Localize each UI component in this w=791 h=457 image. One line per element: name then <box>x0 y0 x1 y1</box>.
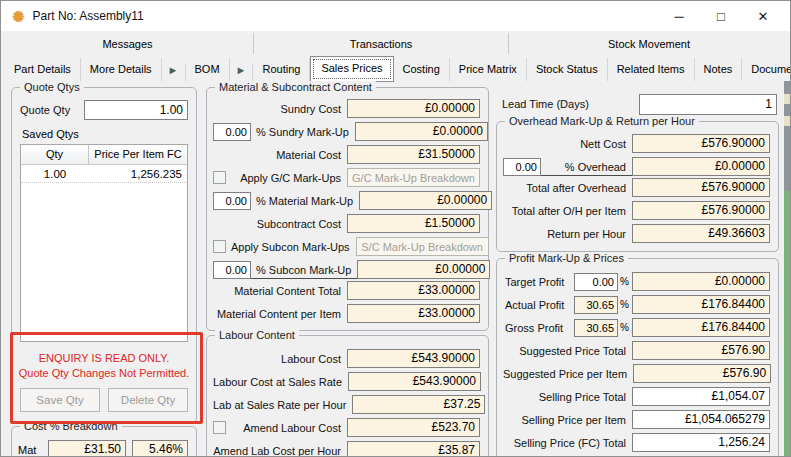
mat-cost-field[interactable]: £31.50 <box>48 440 126 457</box>
delete-qty-button[interactable]: Delete Qty <box>108 388 188 412</box>
material-markup-label: % Material Mark-Up <box>256 195 353 207</box>
subcon-markup-input[interactable]: 0.00 <box>213 261 251 279</box>
tab-price-matrix[interactable]: Price Matrix <box>450 58 527 81</box>
tab-group-transactions[interactable]: Transactions <box>254 33 509 54</box>
mat-percent-field[interactable]: 5.46% <box>132 440 188 457</box>
tab-documents[interactable]: Documents <box>742 58 791 81</box>
apply-gc-markups-label: Apply G/C Mark-Ups <box>231 172 341 184</box>
amend-lab-cost-per-hour-field[interactable]: £35.87 <box>347 441 480 457</box>
quote-qtys-group-label: Quote Qtys <box>20 81 84 93</box>
tab-bom[interactable]: BOM <box>186 58 230 81</box>
window-controls: ─ □ ✕ <box>658 1 784 31</box>
tab-part-details[interactable]: Part Details <box>5 58 81 81</box>
tab-sales-prices[interactable]: Sales Prices <box>310 56 393 82</box>
subcontract-cost-field[interactable]: £1.50000 <box>347 214 480 233</box>
material-cost-field[interactable]: £31.50000 <box>347 145 480 164</box>
minimize-icon[interactable]: ─ <box>658 1 700 31</box>
material-content-total-field[interactable]: £33.00000 <box>347 281 480 300</box>
overhead-pct-label: % Overhead <box>546 161 626 173</box>
sundry-markup-input[interactable]: 0.00 <box>213 123 251 141</box>
material-subcontract-group: Material & Subcontract Content Sundry Co… <box>206 87 489 331</box>
labour-cost-sales-rate-field[interactable]: £543.90000 <box>348 372 481 391</box>
sundry-cost-field[interactable]: £0.00000 <box>347 99 480 118</box>
selling-price-total-field[interactable]: £1,054.07 <box>632 387 770 406</box>
gross-profit-field[interactable]: £176.84400 <box>632 318 770 337</box>
tab-routing[interactable]: Routing <box>253 58 310 81</box>
gross-profit-label: Gross Profit <box>505 322 568 334</box>
material-content-per-item-field[interactable]: £33.00000 <box>347 304 480 323</box>
tab-group-messages[interactable]: Messages <box>2 33 254 54</box>
total-after-overhead-label: Total after Overhead <box>503 182 626 194</box>
save-qty-button[interactable]: Save Qty <box>20 388 100 412</box>
clipped-right-panel <box>784 81 791 457</box>
tab-stock-status[interactable]: Stock Status <box>527 58 608 81</box>
titlebar: ✺ Part No: Assembly11 ─ □ ✕ <box>1 1 790 31</box>
total-after-overhead-field[interactable]: £576.90000 <box>632 178 770 197</box>
tab-arrow-icon: ► <box>162 64 186 81</box>
lab-sales-rate-per-hour-label: Lab at Sales Rate per Hour <box>213 399 346 411</box>
percent-sign: % <box>620 322 630 333</box>
clipped-green-panel <box>784 191 791 457</box>
tab-group-stock-movement[interactable]: Stock Movement <box>509 33 789 54</box>
amend-labour-cost-label: Amend Labour Cost <box>231 422 341 434</box>
maximize-icon[interactable]: □ <box>700 1 742 31</box>
target-profit-pct-input[interactable]: 0.00 <box>574 273 618 291</box>
saved-qtys-header: Qty Price Per Item FC <box>21 145 187 165</box>
gross-profit-pct-field[interactable]: 30.65 <box>574 319 618 337</box>
suggested-price-total-field[interactable]: £576.90 <box>632 341 770 360</box>
apply-subcon-markups-checkbox[interactable] <box>213 240 226 253</box>
actual-profit-label: Actual Profit <box>505 299 568 311</box>
sundry-cost-label: Sundry Cost <box>213 103 341 115</box>
quote-qty-input[interactable]: 1.00 <box>84 100 188 120</box>
sundry-markup-field[interactable]: £0.00000 <box>355 122 488 141</box>
quote-qty-label: Quote Qty <box>20 104 78 116</box>
subcon-markup-field[interactable]: £0.00000 <box>357 260 490 279</box>
amend-lab-cost-per-hour-label: Amend Lab Cost per Hour <box>213 445 341 457</box>
actual-profit-field[interactable]: £176.84400 <box>632 295 770 314</box>
sc-markup-breakdown-button[interactable]: S/C Mark-Up Breakdown <box>356 237 489 256</box>
suggested-price-per-item-label: Suggested Price per Item <box>503 368 627 380</box>
amend-labour-cost-field[interactable]: £523.70 <box>347 418 480 437</box>
tab-more-details[interactable]: More Details <box>81 58 162 81</box>
material-markup-field[interactable]: £0.00000 <box>359 191 492 210</box>
saved-qtys-list[interactable]: Qty Price Per Item FC 1.00 1,256.235 <box>20 144 188 342</box>
labour-cost-field[interactable]: £543.90000 <box>347 349 480 368</box>
labour-cost-sales-rate-label: Labour Cost at Sales Rate <box>213 376 342 388</box>
material-content-total-label: Material Content Total <box>213 285 341 297</box>
overhead-group-label: Overhead Mark-Up & Return per Hour <box>505 115 699 127</box>
selling-price-per-item-field[interactable]: £1,054.065279 <box>632 410 770 429</box>
saved-qty-row[interactable]: 1.00 1,256.235 <box>21 165 187 183</box>
labour-content-group-label: Labour Content <box>215 329 299 341</box>
lead-time-input[interactable]: 1 <box>639 94 777 115</box>
price-column-header[interactable]: Price Per Item FC <box>89 145 187 164</box>
lab-sales-rate-per-hour-field[interactable]: £37.25 <box>352 395 485 414</box>
nett-cost-field[interactable]: £576.90000 <box>632 134 770 153</box>
selling-price-fc-total-label: Selling Price (FC) Total <box>503 437 626 449</box>
tab-costing[interactable]: Costing <box>394 58 450 81</box>
close-icon[interactable]: ✕ <box>742 1 784 31</box>
total-after-oh-per-item-label: Total after O/H per Item <box>503 205 626 217</box>
apply-gc-markups-checkbox[interactable] <box>213 171 226 184</box>
material-cost-label: Material Cost <box>213 149 341 161</box>
tab-related-items[interactable]: Related Items <box>608 58 695 81</box>
part-window: ✺ Part No: Assembly11 ─ □ ✕ Messages Tra… <box>0 0 791 457</box>
actual-profit-pct-field[interactable]: 30.65 <box>574 296 618 314</box>
material-markup-input[interactable]: 0.00 <box>213 192 251 210</box>
qty-column-header[interactable]: Qty <box>21 145 89 164</box>
total-after-oh-per-item-field[interactable]: £576.90000 <box>632 201 770 220</box>
nett-cost-label: Nett Cost <box>503 138 626 150</box>
tab-notes[interactable]: Notes <box>695 58 743 81</box>
tab-group-strip: Messages Transactions Stock Movement <box>2 33 789 54</box>
gc-markup-breakdown-button[interactable]: G/C Mark-Up Breakdown <box>347 168 480 187</box>
return-per-hour-field[interactable]: £49.36603 <box>632 224 770 243</box>
overhead-pct-input[interactable]: 0.00 <box>503 158 541 176</box>
subcontract-cost-label: Subcontract Cost <box>213 218 341 230</box>
percent-sign: % <box>620 276 630 287</box>
profit-group: Profit Mark-Up & Prices Target Profit 0.… <box>496 258 779 457</box>
readonly-warning: ENQUIRY IS READ ONLY. Quote Qty Changes … <box>12 351 196 381</box>
suggested-price-per-item-field[interactable]: £576.90 <box>633 364 771 383</box>
target-profit-field[interactable]: £0.00000 <box>632 272 770 291</box>
selling-price-fc-total-field[interactable]: 1,256.24 <box>632 433 770 452</box>
amend-labour-cost-checkbox[interactable] <box>213 421 226 434</box>
overhead-pct-field[interactable]: £0.00000 <box>632 157 770 176</box>
